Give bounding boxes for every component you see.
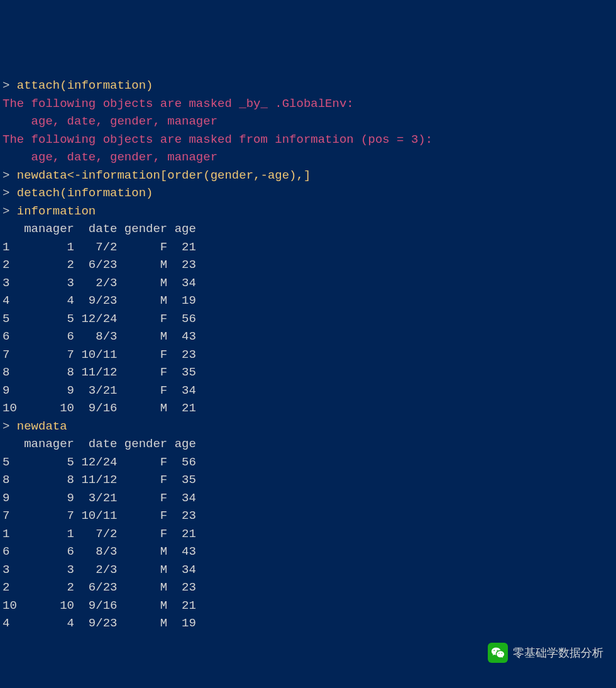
information-header: manager date gender age — [3, 220, 613, 238]
newdata-header: manager date gender age — [3, 435, 613, 453]
watermark-label: 零基础学数据分析 — [513, 645, 603, 662]
cmd-assign: > newdata<-information[order(gender,-age… — [3, 167, 613, 185]
msg-masked-info: The following objects are masked from in… — [3, 131, 613, 149]
information-row-7: 7 7 10/11 F 23 — [3, 346, 613, 364]
msg-masked-global: The following objects are masked _by_ .G… — [3, 95, 613, 113]
cmd-print-information: > information — [3, 203, 613, 221]
newdata-row-9: 10 10 9/16 M 21 — [3, 597, 613, 615]
msg-vars-2: age, date, gender, manager — [3, 148, 613, 167]
cmd-attach: > attach(information) — [3, 77, 613, 95]
information-row-1: 1 1 7/2 F 21 — [3, 238, 613, 257]
newdata-row-5: 1 1 7/2 F 21 — [3, 525, 613, 543]
newdata-row-2: 8 8 11/12 F 35 — [3, 471, 613, 489]
information-row-10: 10 10 9/16 M 21 — [3, 399, 613, 418]
newdata-row-6: 6 6 8/3 M 43 — [3, 543, 613, 561]
information-row-8: 8 8 11/12 F 35 — [3, 363, 613, 382]
newdata-row-10: 4 4 9/23 M 19 — [3, 614, 613, 633]
msg-vars-1: age, date, gender, manager — [3, 113, 613, 131]
newdata-row-7: 3 3 2/3 M 34 — [3, 561, 613, 579]
information-row-4: 4 4 9/23 M 19 — [3, 292, 613, 310]
information-row-3: 3 3 2/3 M 34 — [3, 274, 613, 292]
r-console[interactable]: > attach(information)The following objec… — [3, 77, 613, 633]
information-row-9: 9 9 3/21 F 34 — [3, 382, 613, 400]
cmd-detach: > detach(information) — [3, 184, 613, 203]
newdata-row-4: 7 7 10/11 F 23 — [3, 507, 613, 525]
newdata-row-8: 2 2 6/23 M 23 — [3, 579, 613, 597]
information-row-5: 5 5 12/24 F 56 — [3, 310, 613, 328]
information-row-2: 2 2 6/23 M 23 — [3, 256, 613, 274]
information-row-6: 6 6 8/3 M 43 — [3, 328, 613, 346]
newdata-row-3: 9 9 3/21 F 34 — [3, 489, 613, 508]
cmd-print-newdata: > newdata — [3, 418, 613, 436]
wechat-icon — [488, 643, 508, 663]
newdata-row-1: 5 5 12/24 F 56 — [3, 453, 613, 472]
watermark: 零基础学数据分析 — [488, 643, 603, 663]
